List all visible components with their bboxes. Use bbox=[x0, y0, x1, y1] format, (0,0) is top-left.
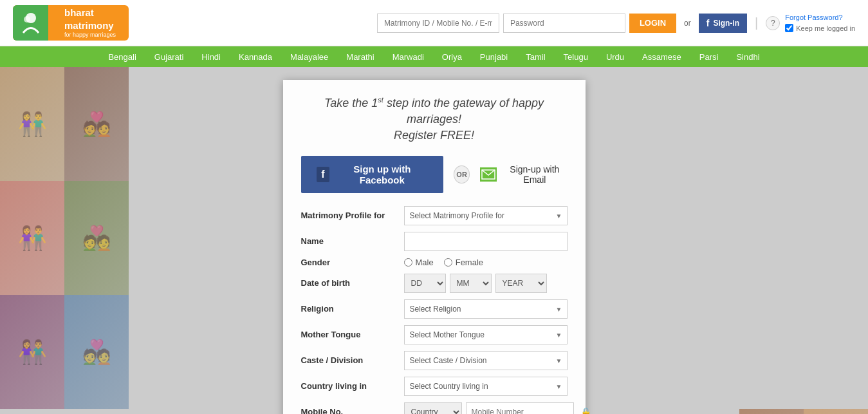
nav-item-gujarati[interactable]: Gujarati bbox=[145, 48, 193, 66]
mother-tongue-select[interactable]: Select Mother Tongue bbox=[404, 325, 568, 344]
facebook-signin-button[interactable]: f Sign-in bbox=[699, 14, 747, 33]
female-radio[interactable] bbox=[444, 258, 452, 267]
form-row-dob: Date of birth DD MM YEAR bbox=[301, 274, 568, 293]
header: bharat matrimony for happy marriages LOG… bbox=[0, 0, 868, 46]
facebook-signin-label: Sign-in bbox=[713, 19, 739, 28]
nav-item-kannada[interactable]: Kannada bbox=[230, 48, 281, 66]
fb-icon-box: f bbox=[317, 167, 330, 182]
superscript: st bbox=[378, 96, 383, 104]
nav-item-oriya[interactable]: Oriya bbox=[433, 48, 471, 66]
form-row-mobile: Mobile No. Country 🔒 bbox=[301, 402, 568, 414]
facebook-signup-label: Sign up with Facebook bbox=[336, 164, 428, 185]
social-buttons: f Sign up with Facebook OR Sign-up with … bbox=[301, 156, 568, 193]
separator: | bbox=[755, 15, 758, 30]
matrimony-profile-select[interactable]: Select Matrimony Profile for bbox=[404, 206, 568, 225]
modal-tagline: Take the 1st step into the gateway of ha… bbox=[301, 95, 568, 144]
mobile-label: Mobile No. bbox=[301, 407, 404, 414]
right-photo-1: 💑 bbox=[804, 409, 868, 414]
nav-item-urdu[interactable]: Urdu bbox=[597, 48, 633, 66]
form-row-country-living: Country living in Select Country living … bbox=[301, 377, 568, 396]
fb-letter: f bbox=[321, 169, 324, 180]
nav-item-punjabi[interactable]: Punjabi bbox=[471, 48, 517, 66]
name-input[interactable] bbox=[404, 232, 568, 251]
mother-tongue-label: Mother Tongue bbox=[301, 330, 404, 339]
form-row-name: Name bbox=[301, 232, 568, 251]
nav-bar: BengaliGujaratiHindiKannadaMalayaleeMara… bbox=[0, 46, 868, 67]
login-inputs: LOGIN bbox=[377, 14, 676, 33]
dob-year-select[interactable]: YEAR bbox=[495, 274, 547, 293]
form-row-religion: Religion Select Religion ▼ bbox=[301, 299, 568, 319]
page-wrapper: bharat matrimony for happy marriages LOG… bbox=[0, 0, 868, 414]
nav-item-telugu[interactable]: Telugu bbox=[555, 48, 597, 66]
envelope-icon bbox=[481, 169, 495, 180]
form-row-matrimony: Matrimony Profile for Select Matrimony P… bbox=[301, 206, 568, 225]
logo-icon bbox=[18, 10, 44, 36]
login-button[interactable]: LOGIN bbox=[629, 14, 676, 33]
brand-name2: matrimony bbox=[64, 19, 116, 32]
form-row-caste: Caste / Division Select Caste / Division… bbox=[301, 351, 568, 370]
caste-select-wrap: Select Caste / Division ▼ bbox=[404, 351, 568, 370]
forgot-password-link[interactable]: Forgot Password? bbox=[785, 14, 842, 21]
female-option[interactable]: Female bbox=[444, 258, 483, 267]
religion-label: Religion bbox=[301, 304, 404, 314]
nav-item-parsi[interactable]: Parsi bbox=[690, 48, 728, 66]
male-label: Male bbox=[416, 258, 434, 267]
nav-item-hindi[interactable]: Hindi bbox=[192, 48, 230, 66]
left-photo-1: 💑 bbox=[64, 67, 129, 181]
or-text: or bbox=[684, 19, 691, 28]
name-label: Name bbox=[301, 236, 404, 246]
gender-label: Gender bbox=[301, 258, 404, 267]
help-button[interactable]: ? bbox=[766, 16, 780, 30]
logo-green-panel bbox=[13, 5, 48, 41]
matrimony-profile-label: Matrimony Profile for bbox=[301, 211, 404, 220]
nav-item-bengali[interactable]: Bengali bbox=[99, 48, 145, 66]
password-input[interactable] bbox=[503, 14, 625, 33]
right-photo-0: 👫 bbox=[739, 409, 804, 414]
mobile-input[interactable] bbox=[466, 402, 574, 414]
country-living-select[interactable]: Select Country living in bbox=[404, 377, 568, 396]
content-area: 👫💑👫💑👫💑 👫💑👫💑👫💑 Take the 1st step into the… bbox=[0, 67, 868, 414]
lock-icon: 🔒 bbox=[580, 407, 591, 414]
logo-tagline: for happy marriages bbox=[64, 32, 116, 39]
nav-item-marathi[interactable]: Marathi bbox=[337, 48, 383, 66]
keep-logged-checkbox[interactable] bbox=[785, 24, 793, 32]
mobile-wrap: Country 🔒 bbox=[404, 402, 591, 414]
header-login-area: LOGIN or f Sign-in | ? Forgot Password? … bbox=[377, 14, 855, 33]
nav-item-sindhi[interactable]: Sindhi bbox=[727, 48, 768, 66]
left-photo-5: 💑 bbox=[64, 295, 129, 409]
right-photos-panel: 👫💑👫💑👫💑 bbox=[739, 409, 868, 414]
nav-item-assamese[interactable]: Assamese bbox=[633, 48, 690, 66]
or-circle: OR bbox=[454, 165, 470, 183]
female-label: Female bbox=[456, 258, 483, 267]
keep-logged-label: Keep me logged in bbox=[796, 24, 855, 32]
country-living-label: Country living in bbox=[301, 381, 404, 391]
religion-select[interactable]: Select Religion bbox=[404, 299, 568, 319]
logo-wrap: bharat matrimony for happy marriages bbox=[13, 5, 129, 41]
brand-name: bharat bbox=[64, 6, 116, 19]
header-right-col: Forgot Password? Keep me logged in bbox=[785, 14, 855, 32]
nav-item-marwadi[interactable]: Marwadi bbox=[383, 48, 433, 66]
form-row-gender: Gender Male Female bbox=[301, 258, 568, 267]
country-code-select[interactable]: Country bbox=[404, 402, 462, 414]
login-id-input[interactable] bbox=[377, 14, 499, 33]
left-photo-2: 👫 bbox=[0, 181, 64, 295]
form-row-mother-tongue: Mother Tongue Select Mother Tongue ▼ bbox=[301, 325, 568, 344]
nav-item-malayalee[interactable]: Malayalee bbox=[281, 48, 337, 66]
dob-dd-select[interactable]: DD bbox=[404, 274, 446, 293]
mother-tongue-select-wrap: Select Mother Tongue ▼ bbox=[404, 325, 568, 344]
left-photo-4: 👫 bbox=[0, 295, 64, 409]
email-signup-button[interactable]: Sign-up with Email bbox=[480, 164, 567, 185]
matrimony-profile-select-wrap: Select Matrimony Profile for ▼ bbox=[404, 206, 568, 225]
left-photo-3: 💑 bbox=[64, 181, 129, 295]
left-photos-panel: 👫💑👫💑👫💑 bbox=[0, 67, 129, 409]
male-radio[interactable] bbox=[404, 258, 412, 267]
logo-text: bharat matrimony for happy marriages bbox=[64, 6, 116, 39]
nav-item-tamil[interactable]: Tamil bbox=[517, 48, 554, 66]
svg-point-1 bbox=[24, 16, 30, 23]
caste-select[interactable]: Select Caste / Division bbox=[404, 351, 568, 370]
male-option[interactable]: Male bbox=[404, 258, 434, 267]
center-panel: Take the 1st step into the gateway of ha… bbox=[129, 67, 739, 414]
dob-mm-select[interactable]: MM bbox=[450, 274, 492, 293]
keep-logged-checkbox-wrap: Keep me logged in bbox=[785, 24, 855, 32]
facebook-signup-button[interactable]: f Sign up with Facebook bbox=[301, 156, 444, 193]
